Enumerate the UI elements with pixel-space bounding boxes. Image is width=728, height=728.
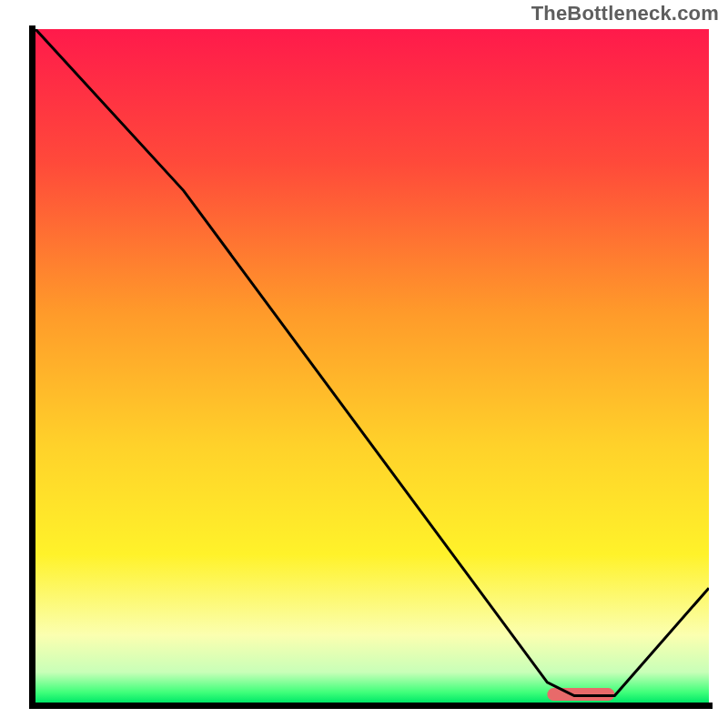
attribution-label: TheBottleneck.com	[531, 2, 719, 25]
gradient-background	[35, 29, 709, 703]
plot-area	[29, 25, 703, 699]
chart-frame: TheBottleneck.com	[0, 0, 728, 728]
bottleneck-chart	[29, 25, 713, 709]
